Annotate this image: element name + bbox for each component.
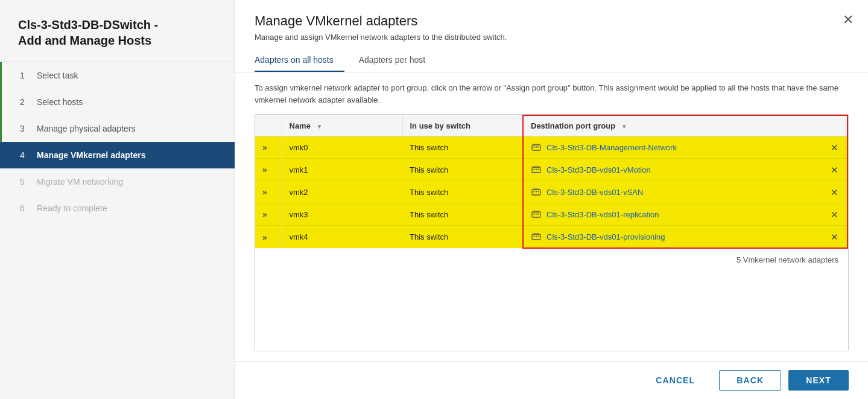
- col-in-use: In use by switch: [402, 115, 523, 136]
- col-port-group[interactable]: Destination port group ▼: [523, 115, 847, 136]
- port-group-col-2: Cls-3-Std3-DB-vds01-vSAN ✕: [523, 181, 847, 203]
- vmkernel-name-4: vmk4: [282, 226, 402, 249]
- vmkernel-name-3: vmk3: [282, 203, 402, 226]
- port-icon-1: [531, 164, 542, 175]
- name-sort-icon[interactable]: ▼: [317, 123, 323, 130]
- remove-port-btn-1[interactable]: ✕: [829, 165, 840, 174]
- svg-rect-13: [538, 191, 539, 193]
- switch-col-1: This switch: [402, 159, 523, 181]
- port-group-col-3: Cls-3-Std3-DB-vds01-replication ✕: [523, 203, 847, 226]
- expand-btn-1[interactable]: »: [255, 159, 282, 181]
- svg-rect-22: [536, 236, 537, 237]
- col-expand: [255, 115, 282, 136]
- switch-col-3: This switch: [402, 203, 523, 226]
- step-label-2: Select hosts: [37, 97, 83, 107]
- sidebar-step-3[interactable]: 3 Manage physical adapters: [0, 115, 235, 142]
- expand-btn-2[interactable]: »: [255, 181, 282, 203]
- adapters-table-container: Name ▼ In use by switch Destination port…: [255, 114, 849, 351]
- port-icon-3: [531, 209, 542, 220]
- remove-port-btn-2[interactable]: ✕: [829, 188, 840, 197]
- table-row: » vmk3 This switch Cls-3-Std3-DB-vds01-r…: [255, 203, 847, 226]
- port-icon-0: [531, 142, 542, 153]
- back-button[interactable]: BACK: [719, 370, 781, 391]
- port-name-3: Cls-3-Std3-DB-vds01-replication: [546, 210, 825, 219]
- svg-rect-7: [536, 169, 537, 170]
- sidebar-step-1[interactable]: 1 Select task: [0, 62, 235, 89]
- step-label-5: Migrate VM networking: [37, 177, 123, 187]
- sidebar: Cls-3-Std3-DB-DSwitch - Add and Manage H…: [0, 0, 235, 399]
- expand-btn-4[interactable]: »: [255, 226, 282, 249]
- svg-rect-3: [538, 147, 539, 148]
- vmkernel-name-0: vmk0: [282, 136, 402, 159]
- step-number-6: 6: [20, 203, 30, 213]
- svg-rect-14: [533, 188, 539, 190]
- adapters-table: Name ▼ In use by switch Destination port…: [255, 115, 848, 249]
- step-number-2: 2: [20, 97, 30, 107]
- remove-port-btn-4[interactable]: ✕: [829, 232, 840, 241]
- table-footer: 5 Vmkernel network adapters: [255, 249, 848, 270]
- table-row: » vmk4 This switch Cls-3-Std3-DB-vds01-p…: [255, 226, 847, 249]
- svg-rect-21: [534, 236, 535, 237]
- next-button[interactable]: NEXT: [788, 370, 849, 391]
- sidebar-title: Cls-3-Std3-DB-DSwitch - Add and Manage H…: [0, 0, 235, 62]
- port-group-col-4: Cls-3-Std3-DB-vds01-provisioning ✕: [523, 226, 847, 249]
- svg-rect-2: [536, 147, 537, 148]
- vmkernel-name-2: vmk2: [282, 181, 402, 203]
- step-number-1: 1: [20, 71, 30, 80]
- sidebar-step-4[interactable]: 4 Manage VMkernel adapters: [0, 142, 235, 168]
- info-text: To assign vmkernel network adapter to po…: [255, 82, 849, 106]
- step-label-1: Select task: [37, 71, 78, 80]
- svg-rect-17: [536, 214, 537, 215]
- sidebar-step-6: 6 Ready to complete: [0, 195, 235, 222]
- main-header: Manage VMkernel adapters Manage and assi…: [235, 0, 868, 72]
- svg-rect-4: [533, 144, 539, 145]
- step-number-4: 4: [20, 150, 30, 160]
- main-panel: Manage VMkernel adapters Manage and assi…: [235, 0, 868, 399]
- switch-col-4: This switch: [402, 226, 523, 249]
- svg-rect-19: [533, 211, 539, 212]
- sidebar-step-2[interactable]: 2 Select hosts: [0, 89, 235, 115]
- port-icon-2: [531, 187, 542, 197]
- table-row: » vmk1 This switch Cls-3-Std3-DB-vds01-v…: [255, 159, 847, 181]
- svg-rect-9: [533, 166, 539, 168]
- main-body: To assign vmkernel network adapter to po…: [235, 72, 868, 361]
- close-button[interactable]: ✕: [843, 13, 854, 27]
- svg-rect-12: [536, 191, 537, 193]
- table-row: » vmk0 This switch Cls-3-Std3-DB-Managem…: [255, 136, 847, 159]
- port-group-col-0: Cls-3-Std3-DB-Management-Network ✕: [523, 136, 847, 159]
- svg-rect-18: [538, 214, 539, 215]
- sidebar-steps: 1 Select task 2 Select hosts 3 Manage ph…: [0, 62, 235, 399]
- cancel-button[interactable]: CANCEL: [639, 371, 712, 390]
- expand-btn-0[interactable]: »: [255, 136, 282, 159]
- svg-rect-8: [538, 169, 539, 170]
- tabs: Adapters on all hostsAdapters per host: [255, 50, 849, 72]
- remove-port-btn-3[interactable]: ✕: [829, 210, 840, 219]
- switch-col-0: This switch: [402, 136, 523, 159]
- main-subtitle: Manage and assign VMkernel network adapt…: [255, 33, 507, 42]
- port-name-0: Cls-3-Std3-DB-Management-Network: [546, 143, 825, 152]
- sidebar-step-5: 5 Migrate VM networking: [0, 168, 235, 195]
- vmkernel-name-1: vmk1: [282, 159, 402, 181]
- tab-all-hosts[interactable]: Adapters on all hosts: [255, 50, 344, 72]
- port-name-1: Cls-3-Std3-DB-vds01-vMotion: [546, 165, 825, 174]
- main-title: Manage VMkernel adapters: [255, 13, 507, 29]
- step-label-6: Ready to complete: [37, 203, 107, 213]
- tab-per-host[interactable]: Adapters per host: [359, 50, 437, 72]
- table-body: » vmk0 This switch Cls-3-Std3-DB-Managem…: [255, 136, 847, 249]
- remove-port-btn-0[interactable]: ✕: [829, 143, 840, 152]
- svg-rect-11: [534, 191, 535, 193]
- svg-rect-24: [533, 233, 539, 235]
- table-row: » vmk2 This switch Cls-3-Std3-DB-vds01-v…: [255, 181, 847, 203]
- step-label-4: Manage VMkernel adapters: [37, 150, 146, 160]
- svg-rect-23: [538, 236, 539, 237]
- expand-btn-3[interactable]: »: [255, 203, 282, 226]
- port-sort-icon[interactable]: ▼: [621, 123, 627, 130]
- dialog: Cls-3-Std3-DB-DSwitch - Add and Manage H…: [0, 0, 868, 399]
- svg-rect-6: [534, 169, 535, 170]
- step-number-5: 5: [20, 177, 30, 187]
- port-icon-4: [531, 231, 542, 242]
- port-name-2: Cls-3-Std3-DB-vds01-vSAN: [546, 188, 825, 197]
- col-name[interactable]: Name ▼: [282, 115, 402, 136]
- step-label-3: Manage physical adapters: [37, 124, 135, 133]
- port-group-col-1: Cls-3-Std3-DB-vds01-vMotion ✕: [523, 159, 847, 181]
